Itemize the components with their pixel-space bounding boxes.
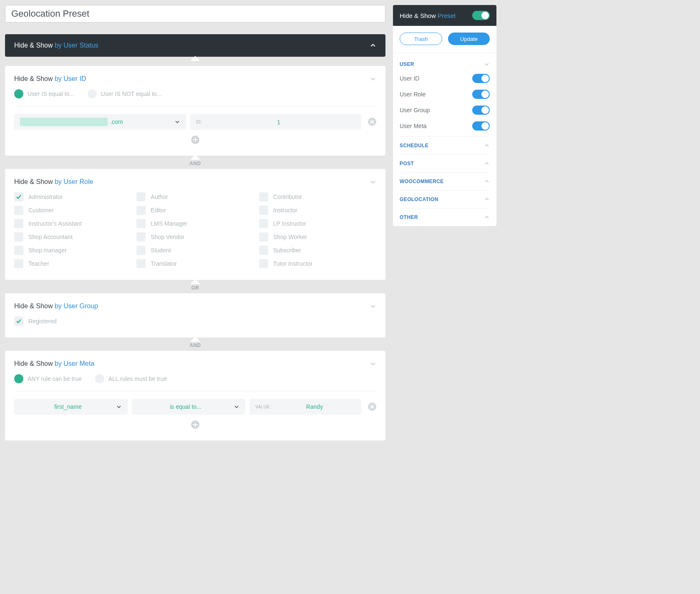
toggle[interactable] [472, 90, 490, 99]
user-id-field: ID: 1 [190, 114, 361, 130]
role-checkbox[interactable]: Shop Vendor [136, 232, 254, 242]
section-collapsed[interactable]: WOOCOMMERCE [400, 172, 490, 190]
toggle[interactable] [472, 74, 490, 83]
role-checkbox[interactable]: Shop Worker [259, 232, 376, 242]
trash-button[interactable]: Trash [400, 33, 442, 45]
remove-row-icon[interactable] [368, 403, 376, 411]
role-checkbox[interactable]: Subscriber [259, 246, 376, 255]
role-checkbox[interactable]: Tutor Instructor [259, 259, 376, 268]
chevron-down-icon [174, 119, 180, 125]
section-collapsed[interactable]: GEOLOCATION [400, 190, 490, 208]
sidebar-toggle: User Role [400, 86, 490, 102]
sidebar-toggle: User ID [400, 70, 490, 86]
role-checkbox[interactable]: Instructor's Assistant [14, 219, 131, 228]
sidebar: Hide & Show Preset Trash Update USER Use… [393, 5, 496, 226]
chevron-down-icon[interactable] [370, 179, 376, 185]
toggle[interactable] [472, 106, 490, 115]
chevron-down-icon [116, 404, 122, 410]
chevron-up-icon [484, 161, 490, 166]
section-user[interactable]: USER [400, 58, 490, 70]
checkbox-registered[interactable]: Registered [14, 317, 376, 326]
chevron-down-icon [234, 404, 239, 410]
role-checkbox[interactable]: Shop manager [14, 246, 131, 255]
role-checkbox[interactable]: Contributor [259, 192, 376, 201]
chevron-up-icon [370, 42, 376, 49]
chevron-down-icon[interactable] [370, 303, 376, 310]
role-checkbox[interactable]: Instructor [259, 206, 376, 215]
chevron-up-icon [484, 196, 490, 202]
role-checkbox[interactable]: Student [136, 246, 254, 255]
radio-all-rules[interactable]: ALL rules must be true [95, 374, 167, 383]
sidebar-toggle: User Meta [400, 118, 490, 134]
role-checkbox[interactable]: Customer [14, 206, 131, 215]
panel-user-role: Hide & Show by User Role AdministratorAu… [5, 169, 385, 280]
joiner-and: AND [5, 156, 385, 169]
meta-value-input[interactable]: VALUE: Randy [249, 399, 361, 415]
role-checkbox[interactable]: Editor [136, 206, 254, 215]
panel-user-group: Hide & Show by User Group Registered [5, 293, 385, 337]
radio-user-not-equal[interactable]: User IS NOT equal to... [88, 89, 161, 98]
chevron-down-icon[interactable] [370, 76, 376, 82]
role-checkbox[interactable]: Author [136, 192, 254, 201]
radio-any-rule[interactable]: ANY rule can be true [14, 374, 82, 383]
chevron-up-icon [484, 179, 490, 184]
update-button[interactable]: Update [448, 33, 490, 45]
panel-title: Hide & Show by User ID [14, 75, 86, 83]
joiner-or: OR [5, 280, 385, 293]
meta-op-select[interactable]: is equal to... [132, 399, 245, 415]
panel-title: Hide & Show by User Group [14, 302, 98, 310]
chevron-down-icon [484, 61, 490, 67]
panel-title: Hide & Show by User Role [14, 178, 93, 186]
radio-user-equal[interactable]: User IS equal to... [14, 89, 74, 98]
role-checkbox[interactable]: LP Instructor [259, 219, 376, 228]
section-collapsed[interactable]: POST [400, 154, 490, 172]
panel-title: Hide & Show by User Meta [14, 360, 94, 367]
joiner-and: AND [5, 337, 385, 351]
panel-user-id: Hide & Show by User ID User IS equal to.… [5, 66, 385, 156]
role-checkbox[interactable]: Teacher [14, 259, 131, 268]
sidebar-title: Hide & Show Preset [393, 5, 496, 26]
section-title: Hide & Show by User Status [14, 42, 98, 49]
preset-enable-toggle[interactable] [472, 11, 490, 20]
chevron-down-icon[interactable] [370, 360, 376, 367]
meta-key-select[interactable]: first_name [14, 399, 128, 415]
chevron-up-icon [484, 214, 490, 220]
add-row-icon[interactable] [191, 420, 199, 429]
section-user-status[interactable]: Hide & Show by User Status [5, 34, 385, 57]
sidebar-toggle: User Group [400, 102, 490, 118]
remove-row-icon[interactable] [368, 118, 376, 126]
toggle[interactable] [472, 121, 490, 131]
panel-user-meta: Hide & Show by User Meta ANY rule can be… [5, 351, 385, 440]
section-collapsed[interactable]: SCHEDULE [400, 136, 490, 154]
preset-title-input[interactable] [5, 5, 385, 23]
role-checkbox[interactable]: Translator [136, 259, 254, 268]
role-checkbox[interactable]: Shop Accountant [14, 232, 131, 242]
role-checkbox[interactable]: LMS Manager [136, 219, 254, 228]
user-select[interactable]: .com [14, 114, 186, 130]
chevron-up-icon [484, 143, 490, 148]
role-checkbox[interactable]: Administrator [14, 192, 131, 201]
add-row-icon[interactable] [191, 136, 199, 144]
section-collapsed[interactable]: OTHER [400, 208, 490, 226]
